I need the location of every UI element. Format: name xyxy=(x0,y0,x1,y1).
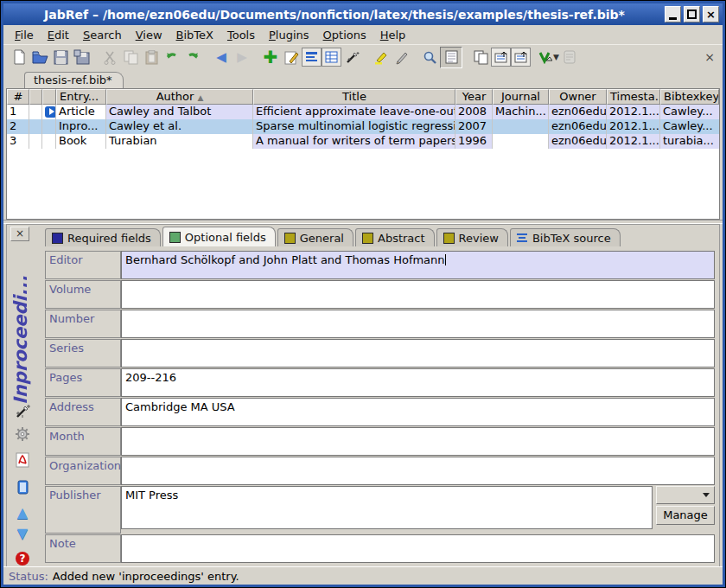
toggle-preview-icon[interactable] xyxy=(440,47,462,68)
editor-field-input[interactable]: Bernhard Schölkopf and John Platt and Th… xyxy=(121,251,715,279)
edit-entry-icon[interactable] xyxy=(281,47,302,67)
edit-strings-icon[interactable] xyxy=(322,48,341,67)
cleanup-wand-icon[interactable] xyxy=(341,47,362,67)
header-bibtexkey[interactable]: Bibtexkey xyxy=(660,89,719,105)
header-entrytype[interactable]: Entry... xyxy=(56,89,106,105)
header-timestamp[interactable]: Timesta... xyxy=(607,89,660,105)
required-fields-icon xyxy=(52,233,63,244)
menu-tools[interactable]: Tools xyxy=(221,27,261,43)
table-empty-area[interactable] xyxy=(7,149,719,219)
external-link-icon[interactable] xyxy=(45,106,56,118)
header-blank2[interactable] xyxy=(42,89,56,105)
pages-field-input[interactable]: 209--216 xyxy=(121,368,715,397)
pdf-icon[interactable] xyxy=(14,451,31,469)
header-num[interactable]: # xyxy=(7,89,29,105)
menu-file[interactable]: File xyxy=(9,27,40,43)
note-field-input[interactable] xyxy=(121,534,715,563)
tab-general[interactable]: General xyxy=(277,228,353,246)
tab-abstract[interactable]: Abstract xyxy=(355,228,435,246)
menu-help[interactable]: Help xyxy=(374,27,412,43)
header-journal[interactable]: Journal xyxy=(493,89,549,105)
toolbar-close-icon[interactable]: × xyxy=(702,50,717,64)
organization-field-input[interactable] xyxy=(121,457,715,485)
copy-key-icon[interactable] xyxy=(470,47,491,67)
table-row-selected[interactable]: 2 Inpro... Cawley et al. Sparse multinom… xyxy=(7,119,719,134)
publisher-field-input[interactable]: MIT Press xyxy=(121,486,653,529)
generate-key-wand-icon[interactable] xyxy=(14,403,31,420)
menu-plugins[interactable]: Plugins xyxy=(263,27,315,43)
back-icon[interactable]: ◀ xyxy=(211,47,232,67)
table-row[interactable]: 3 Book Turabian A manual for writers of … xyxy=(7,134,719,149)
next-entry-icon[interactable]: ▼ xyxy=(14,524,31,541)
header-owner[interactable]: Owner xyxy=(549,89,607,105)
undo-icon[interactable] xyxy=(162,47,182,67)
month-field-input[interactable] xyxy=(121,427,715,456)
number-field-input[interactable] xyxy=(121,310,715,338)
cell-year: 2008 xyxy=(455,105,493,119)
title-bar[interactable]: JabRef – /home/ezn06edu/Documents/nonfic… xyxy=(3,3,723,25)
field-label-number: Number xyxy=(45,310,121,338)
menu-search[interactable]: Search xyxy=(77,27,128,43)
search-icon[interactable] xyxy=(419,47,440,67)
forward-icon[interactable]: ▶ xyxy=(232,47,252,67)
main-toolbar: ◀ ▶ ✚ ▼ × xyxy=(3,45,723,69)
unmark-entries-icon[interactable] xyxy=(391,47,411,67)
sort-ascending-icon: ▲ xyxy=(197,93,203,102)
header-year[interactable]: Year xyxy=(455,89,493,105)
minimize-icon xyxy=(669,17,677,20)
publisher-dropdown[interactable] xyxy=(656,486,715,504)
save-all-icon[interactable] xyxy=(71,47,92,67)
field-row-publisher: Publisher MIT Press Manage xyxy=(45,486,715,534)
cell-blank xyxy=(29,134,42,149)
tab-required-fields[interactable]: Required fields xyxy=(45,228,161,246)
push-to-latex-icon[interactable]: ▼ xyxy=(538,47,559,67)
volume-field-input[interactable] xyxy=(121,280,715,309)
menu-bibtex[interactable]: BibTeX xyxy=(170,27,220,43)
copy-icon[interactable] xyxy=(120,47,141,67)
address-field-input[interactable]: Cambridge MA USA xyxy=(121,398,715,426)
close-button[interactable]: × xyxy=(703,6,719,22)
tab-bibtex-source[interactable]: BibTeX source xyxy=(510,228,621,246)
series-field-input[interactable] xyxy=(121,339,715,368)
save-database-icon[interactable] xyxy=(50,47,71,67)
header-blank1[interactable] xyxy=(29,89,42,105)
publisher-field-group: MIT Press Manage xyxy=(121,486,715,534)
push-to-application-icon[interactable] xyxy=(491,48,511,67)
redo-icon[interactable] xyxy=(182,47,203,67)
field-label-pages: Pages xyxy=(45,368,121,397)
tab-optional-fields[interactable]: Optional fields xyxy=(162,227,276,246)
new-entry-icon[interactable]: ✚ xyxy=(260,47,281,67)
editor-close-button[interactable]: × xyxy=(10,227,29,241)
field-row-volume: Volume xyxy=(45,280,715,309)
mark-entries-icon[interactable] xyxy=(370,47,391,67)
field-row-address: Address Cambridge MA USA xyxy=(45,398,715,426)
database-tab[interactable]: thesis-ref.bib* xyxy=(24,72,124,88)
menu-view[interactable]: View xyxy=(130,27,169,43)
paste-icon[interactable] xyxy=(141,47,162,67)
tab-label: Required fields xyxy=(67,232,151,245)
review-icon xyxy=(443,233,455,244)
autoset-gear-icon[interactable] xyxy=(14,425,31,443)
menu-options[interactable]: Options xyxy=(317,27,373,43)
header-author[interactable]: Author▲ xyxy=(106,89,253,105)
edit-preamble-icon[interactable] xyxy=(302,48,322,67)
push-to-application-alt-icon[interactable] xyxy=(511,48,531,67)
field-row-month: Month xyxy=(45,427,715,456)
help-icon[interactable]: ? xyxy=(14,550,31,566)
menu-edit[interactable]: Edit xyxy=(41,27,75,43)
manage-button[interactable]: Manage xyxy=(656,506,715,525)
new-database-icon[interactable] xyxy=(9,47,29,67)
previous-entry-icon[interactable]: ▲ xyxy=(14,503,31,521)
tab-review[interactable]: Review xyxy=(436,228,508,246)
minimize-button[interactable] xyxy=(665,6,681,22)
header-title[interactable]: Title xyxy=(253,89,455,105)
open-database-icon[interactable] xyxy=(29,47,50,67)
cut-icon[interactable] xyxy=(99,47,120,67)
maximize-button[interactable] xyxy=(684,6,700,22)
forward-triangle: ▶ xyxy=(237,51,247,64)
file-page-icon[interactable] xyxy=(14,479,31,496)
cell-title: Efficient approximate leave-one-out... xyxy=(253,105,455,119)
print-icon[interactable] xyxy=(559,47,580,67)
editor-tab-bar: Required fields Optional fields General … xyxy=(45,227,621,246)
table-row[interactable]: 1 Article Cawley and Talbot Efficient ap… xyxy=(7,105,719,119)
